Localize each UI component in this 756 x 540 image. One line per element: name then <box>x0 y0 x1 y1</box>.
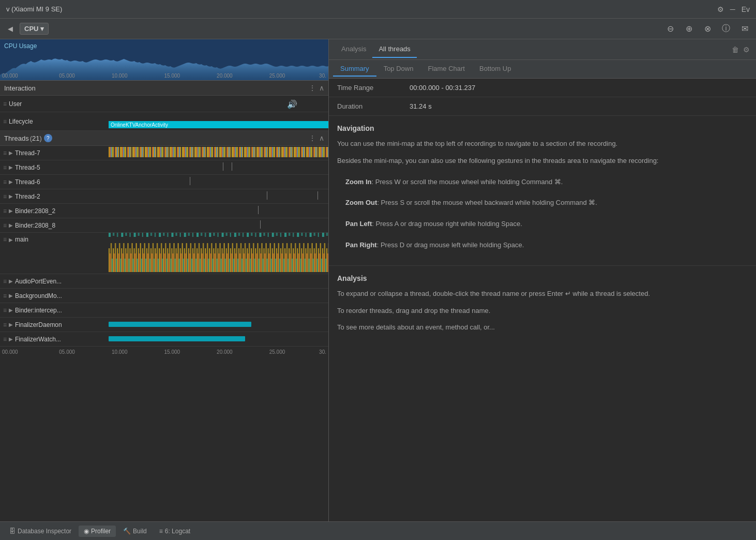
info-button[interactable]: ⓘ <box>719 22 733 36</box>
bottom-time-10: 10.000 <box>112 349 128 355</box>
zoom-in-item: Zoom In: Press W or scroll the mouse whe… <box>337 173 748 192</box>
lifecycle-row: ≡ Lifecycle OnlineKTVAnchorActivity <box>0 112 328 131</box>
backgroundmo-name: BackgroundMo... <box>15 292 62 299</box>
pan-left-item: Pan Left: Press A or drag mouse right wh… <box>337 215 748 234</box>
logcat-icon: ≡ <box>159 528 163 535</box>
user-label-area: ≡ User <box>0 100 109 108</box>
interaction-collapse-icon[interactable]: ∧ <box>319 84 324 92</box>
zoom-in-label: Zoom In <box>345 178 372 186</box>
threads-count-paren2: ) <box>40 134 42 142</box>
minimize-icon[interactable]: ─ <box>730 5 735 13</box>
tab-analysis[interactable]: Analysis <box>335 41 372 58</box>
more-icon[interactable]: Ev <box>742 5 750 13</box>
subtab-summary[interactable]: Summary <box>333 62 376 77</box>
time-range-row: Time Range 00:00.000 - 00:31.237 <box>329 79 756 97</box>
main-hamburger: ≡ <box>3 236 7 243</box>
finalizerwatch-expand[interactable]: ▶ <box>9 336 13 342</box>
binder8-marker <box>260 220 261 229</box>
audioporteven-label: ≡ ▶ AudioPortEven... <box>0 278 109 285</box>
right-subtabs-toolbar: Summary Top Down Flame Chart Bottom Up <box>329 60 756 79</box>
taskbar-database-inspector[interactable]: 🗄 Database Inspector <box>4 526 77 537</box>
audioporteven-hamburger: ≡ <box>3 278 7 285</box>
subtab-topdown[interactable]: Top Down <box>376 62 421 77</box>
dropdown-arrow-icon: ▾ <box>40 25 44 33</box>
lifecycle-chart-area: OnlineKTVAnchorActivity <box>109 112 328 130</box>
backgroundmo-hamburger: ≡ <box>3 292 7 299</box>
taskbar-logcat[interactable]: ≡ 6: Logcat <box>154 526 195 537</box>
main-expand[interactable]: ▶ <box>9 237 13 243</box>
database-inspector-label: Database Inspector <box>18 528 71 535</box>
thread2-expand[interactable]: ▶ <box>9 193 13 199</box>
user-row: ≡ User 🔊 <box>0 96 328 112</box>
minus-icon: ⊖ <box>667 24 674 34</box>
binder2-marker <box>258 206 259 214</box>
binder2-hamburger: ≡ <box>3 207 7 215</box>
tab-all-threads-label: All threads <box>379 45 410 53</box>
content-area: CPU Usage 00.000 05.000 10.000 15.000 20… <box>0 39 756 521</box>
thread-row-thread6: ≡ ▶ Thread-6 <box>0 175 328 189</box>
subtab-summary-label: Summary <box>340 65 369 72</box>
zoom-in-button[interactable]: ⊕ <box>682 22 696 36</box>
binder8-expand[interactable]: ▶ <box>9 222 13 228</box>
backgroundmo-label: ≡ ▶ BackgroundMo... <box>0 292 109 299</box>
subtab-bottomup-label: Bottom Up <box>479 65 511 72</box>
stop-button[interactable]: ⊗ <box>700 22 715 36</box>
threads-more-icon[interactable]: ⋮ <box>309 134 316 142</box>
zoom-in-text: : Press W or scroll the mouse wheel whil… <box>372 178 563 186</box>
bottom-time-20: 20.000 <box>217 349 233 355</box>
main-waveform-svg <box>109 233 328 272</box>
panel-trash-icon[interactable]: 🗑 <box>732 46 739 54</box>
pan-right-label: Pan Right <box>345 241 377 249</box>
cpu-chart[interactable]: CPU Usage 00.000 05.000 10.000 15.000 20… <box>0 39 328 81</box>
zoom-out-button[interactable]: ⊖ <box>663 22 677 36</box>
threads-collapse-icon[interactable]: ∧ <box>319 134 324 142</box>
interaction-section-icons: ⋮ ∧ <box>309 84 324 92</box>
binder8-hamburger: ≡ <box>3 222 7 229</box>
taskbar-profiler[interactable]: ◉ Profiler <box>79 526 116 537</box>
right-panel-header-icons: 🗑 ⚙ <box>732 46 750 54</box>
subtab-bottomup[interactable]: Bottom Up <box>472 62 518 77</box>
analysis-tabs-header: Analysis All threads 🗑 ⚙ <box>329 39 756 60</box>
threads-help-badge[interactable]: ? <box>44 134 52 142</box>
finalizerdaemon-name: FinalizerDaemon <box>15 321 62 328</box>
subtab-topdown-label: Top Down <box>384 65 414 72</box>
taskbar-build[interactable]: 🔨 Build <box>118 526 152 537</box>
time-30: 30. <box>319 73 326 79</box>
subtab-flamechart[interactable]: Flame Chart <box>420 62 472 77</box>
thread-row-finalizerdaemon: ≡ ▶ FinalizerDaemon <box>0 318 328 332</box>
cpu-dropdown[interactable]: CPU ▾ <box>20 23 49 35</box>
thread-row-thread7: ≡ ▶ Thread-7 [] <box>0 146 328 160</box>
binder2-name: Binder:2808_2 <box>15 207 55 215</box>
thread6-expand[interactable]: ▶ <box>9 179 13 185</box>
backgroundmo-expand[interactable]: ▶ <box>9 293 13 298</box>
panel-settings-icon[interactable]: ⚙ <box>743 46 750 54</box>
finalizerwatch-chart <box>109 332 328 346</box>
threads-section-icons: ⋮ ∧ <box>309 134 324 142</box>
settings-icon[interactable]: ⚙ <box>717 5 724 13</box>
svg-rect-10 <box>109 233 328 238</box>
audioporteven-expand[interactable]: ▶ <box>9 278 13 284</box>
summary-info-table: Time Range 00:00.000 - 00:31.237 Duratio… <box>329 79 756 116</box>
cpu-chart-label: CPU Usage <box>4 42 37 50</box>
threads-header: Threads ( 21 ) ? ⋮ ∧ <box>0 131 328 146</box>
finalizerwatch-name: FinalizerWatch... <box>15 336 61 343</box>
build-label: Build <box>133 528 147 535</box>
database-inspector-icon: 🗄 <box>9 528 16 535</box>
profiler-icon: ◉ <box>84 528 89 535</box>
binder2-expand[interactable]: ▶ <box>9 208 13 214</box>
main-name: main <box>15 236 28 243</box>
tab-all-threads[interactable]: All threads <box>372 41 416 58</box>
thread5-hamburger: ≡ <box>3 164 7 171</box>
thread-row-main: ≡ ▶ main <box>0 233 328 274</box>
binderintercep-expand[interactable]: ▶ <box>9 307 13 313</box>
finalizerdaemon-expand[interactable]: ▶ <box>9 322 13 327</box>
lifecycle-label: Lifecycle <box>9 118 33 125</box>
back-button[interactable]: ◀ <box>4 23 17 35</box>
mail-button[interactable]: ✉ <box>737 22 752 36</box>
thread7-expand[interactable]: ▶ <box>9 150 13 156</box>
thread7-name: Thread-7 <box>15 149 40 157</box>
interaction-more-icon[interactable]: ⋮ <box>309 84 316 92</box>
time-range-value: 00:00.000 - 00:31.237 <box>401 79 756 97</box>
thread5-expand[interactable]: ▶ <box>9 164 13 170</box>
thread-row-backgroundmo: ≡ ▶ BackgroundMo... <box>0 289 328 303</box>
